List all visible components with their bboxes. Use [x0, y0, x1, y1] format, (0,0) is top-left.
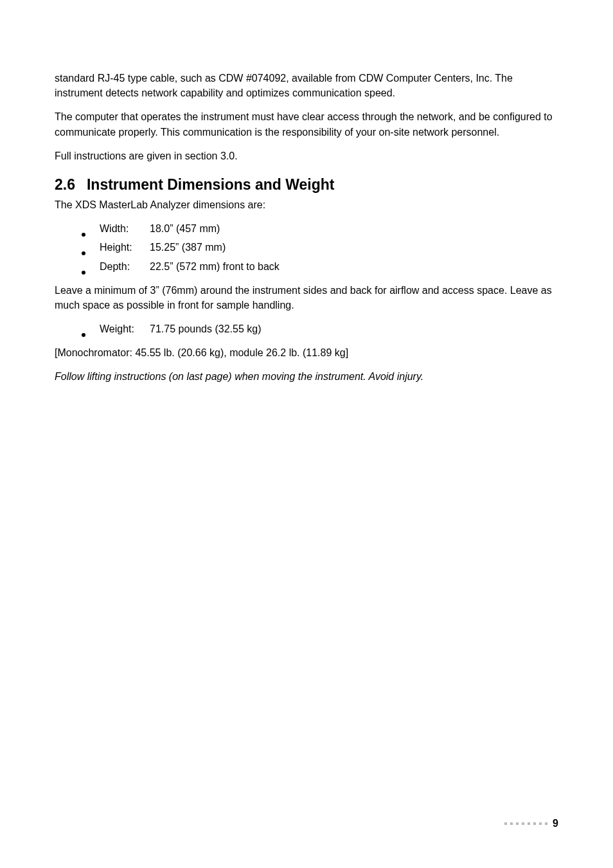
paragraph-full-instructions: Full instructions are given in section 3…	[55, 149, 558, 163]
paragraph-rj45: standard RJ-45 type cable, such as CDW #…	[55, 71, 558, 100]
dim-value: 22.5” (572 mm) front to back	[150, 259, 558, 274]
heading-number: 2.6	[55, 176, 75, 194]
list-item: Width: 18.0” (457 mm)	[55, 221, 558, 236]
dim-label: Height:	[100, 240, 150, 255]
dim-label: Depth:	[100, 259, 150, 274]
lifting-note: Follow lifting instructions (on last pag…	[55, 369, 558, 384]
monochromator-line: [Monochromator: 45.55 lb. (20.66 kg), mo…	[55, 345, 558, 360]
weight-label: Weight:	[100, 321, 150, 336]
weight-list: Weight: 71.75 pounds (32.55 kg)	[55, 321, 558, 336]
bullet-icon	[82, 251, 85, 255]
dim-label: Width:	[100, 221, 150, 236]
page-footer: 9	[504, 818, 558, 829]
paragraph-network-access: The computer that operates the instrumen…	[55, 109, 558, 139]
dim-value: 15.25” (387 mm)	[150, 240, 558, 255]
spacing-note: Leave a minimum of 3” (76mm) around the …	[55, 283, 558, 312]
page: standard RJ-45 type cable, such as CDW #…	[0, 0, 613, 868]
list-item: Depth: 22.5” (572 mm) front to back	[55, 259, 558, 274]
bullet-icon	[82, 333, 85, 337]
weight-value: 71.75 pounds (32.55 kg)	[150, 321, 558, 336]
list-item: Height: 15.25” (387 mm)	[55, 240, 558, 255]
section-heading: 2.6 Instrument Dimensions and Weight	[55, 176, 558, 194]
heading-title: Instrument Dimensions and Weight	[87, 176, 335, 194]
intro-line: The XDS MasterLab Analyzer dimensions ar…	[55, 197, 558, 212]
list-item: Weight: 71.75 pounds (32.55 kg)	[55, 321, 558, 336]
footer-dots-icon	[504, 822, 547, 825]
page-number: 9	[553, 818, 558, 829]
dimensions-list: Width: 18.0” (457 mm) Height: 15.25” (38…	[55, 221, 558, 274]
bullet-icon	[82, 271, 85, 275]
dim-value: 18.0” (457 mm)	[150, 221, 558, 236]
bullet-icon	[82, 233, 85, 237]
